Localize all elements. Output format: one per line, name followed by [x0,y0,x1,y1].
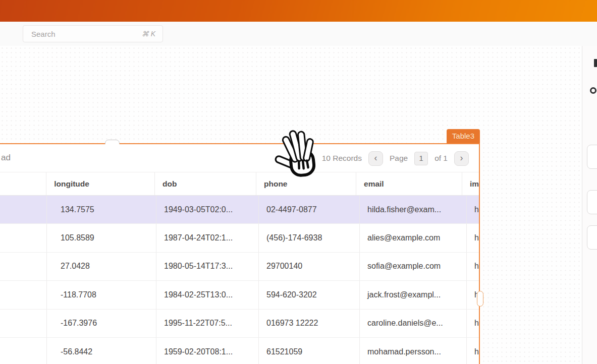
search-input[interactable]: Search ⌘ K [23,25,163,42]
table-row[interactable]: -118.7708 1984-02-25T13:0... 594-620-320… [0,281,479,309]
table-toolbar: ad 10 Records ‹ Page 1 of 1 › [0,144,479,172]
table-row[interactable]: 27.0428 1980-05-14T17:3... 29700140 sofi… [0,253,479,281]
column-header-email[interactable]: email [356,172,462,195]
search-placeholder: Search [31,30,56,38]
resize-handle-right[interactable] [477,291,483,307]
widget-name-tag[interactable]: Table3 [447,129,480,143]
app-canvas[interactable]: Table3 ad 10 Records ‹ Page 1 of 1 › [0,46,582,364]
record-count: 10 Records [322,154,362,163]
table-row[interactable]: -167.3976 1995-11-22T07:5... 016973 1222… [0,310,479,338]
panel-input-fragment[interactable] [587,190,597,214]
column-header-image[interactable]: im [462,172,479,195]
table-row[interactable]: -56.8442 1959-02-20T08:1... 61521059 moh… [0,338,479,364]
table-row[interactable]: 105.8589 1987-04-24T02:1... (456)-174-69… [0,224,479,252]
page-label: Page [390,154,408,163]
next-page-button[interactable]: › [454,151,469,166]
column-header-dob[interactable]: dob [155,172,256,195]
panel-input-fragment[interactable] [587,145,597,169]
app-header: Search ⌘ K P [0,22,597,46]
chevron-left-icon: ‹ [374,153,377,162]
page-number-input[interactable]: 1 [414,152,428,165]
page-total-label: of 1 [435,154,448,163]
pan-hand-cursor [274,130,320,178]
app-topbar [0,0,597,22]
panel-heading-fragment [594,59,597,67]
panel-input-fragment[interactable] [587,225,597,250]
property-panel [582,46,597,364]
prev-page-button[interactable]: ‹ [368,151,383,166]
chevron-right-icon: › [460,153,463,162]
column-header[interactable] [0,172,46,195]
table-pagination: 10 Records ‹ Page 1 of 1 › [322,151,469,166]
table-title-fragment: ad [1,153,11,163]
search-shortcut-hint: ⌘ K [142,30,155,38]
panel-circle-icon [590,87,596,94]
app-screen: Search ⌘ K P Table3 ad 10 Records ‹ Page [0,0,597,364]
table-widget[interactable]: Table3 ad 10 Records ‹ Page 1 of 1 › [0,143,480,364]
table-row[interactable]: 134.7575 1949-03-05T02:0... 02-4497-0877… [0,196,479,224]
table-header-row: longitude dob phone email im [0,172,479,196]
column-header-longitude[interactable]: longitude [46,172,155,195]
